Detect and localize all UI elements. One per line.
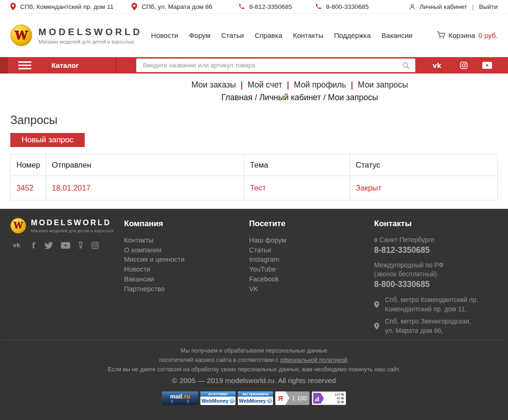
account-nav: Мои заказы|Мой счет|Мой профиль|Мои запр… (0, 80, 508, 90)
svg-text:W: W (15, 29, 28, 42)
footer-company-column: Компания Контакты О компании Миссия и це… (124, 218, 249, 331)
logo-icon: W (10, 218, 26, 234)
hamburger-menu-icon[interactable] (18, 61, 31, 69)
footer-link-news[interactable]: Новости (124, 265, 249, 274)
search-input[interactable] (136, 62, 402, 69)
separator: | (351, 80, 353, 89)
facebook-icon[interactable]: f (32, 242, 37, 250)
nav-item-vacancies[interactable]: Вакансии (382, 31, 412, 39)
globe-icon (230, 398, 235, 403)
new-request-button[interactable]: Новый запрос (10, 133, 85, 147)
column-header-number: Номер (11, 155, 46, 176)
requests-table: Номер Отправлен Тема Статус 3452 18.01.2… (10, 154, 498, 200)
footer-link-forum[interactable]: Наш форум (249, 236, 374, 245)
cell-request-date[interactable]: 18.01.2017 (46, 176, 244, 200)
address-text: СПб, ул. Марата дом 86 (141, 3, 212, 10)
bar-chart-icon (313, 393, 321, 404)
youtube-icon[interactable] (61, 242, 70, 249)
instagram-icon[interactable] (460, 61, 468, 69)
footer-link-facebook[interactable]: Facebook (249, 274, 374, 284)
footer-link-youtube[interactable]: YouTube (249, 265, 374, 274)
page-title: Запросы (10, 113, 498, 127)
separator: | (472, 3, 474, 10)
footer-link-articles[interactable]: Статьи (249, 245, 374, 255)
contact-phone-spb: 8-812-3350685 (374, 245, 498, 255)
footer-link-about[interactable]: О компании (124, 245, 249, 255)
views-icon (341, 393, 344, 396)
location-pin-icon (10, 3, 16, 10)
footer-link-vacancies[interactable]: Вакансии (124, 274, 249, 284)
nav-item-help[interactable]: Справка (255, 31, 282, 39)
cart-button[interactable]: Корзина 0 руб. (437, 31, 498, 39)
vk-icon[interactable]: vk (433, 62, 445, 69)
search-icon[interactable] (402, 62, 410, 69)
footer-column-heading: Посетите (249, 219, 374, 228)
cell-request-number[interactable]: 3452 (11, 176, 46, 200)
cell-request-subject[interactable]: Тест (244, 176, 350, 200)
footer-divider (2, 339, 506, 340)
breadcrumb[interactable]: Главная / Личный кабинет / Мои запросы (0, 93, 508, 103)
footer-visit-column: Посетите Наш форум Статьи Instagram YouT… (249, 218, 374, 331)
divider (116, 57, 117, 74)
table-header-row: Номер Отправлен Тема Статус (11, 155, 498, 176)
footer-link-mission[interactable]: Миссия и ценности (124, 255, 249, 265)
contact-phone-intl: 8-800-3330685 (374, 280, 498, 289)
liveinternet-counter-badge[interactable]: 147 40 39 (312, 391, 346, 405)
odnoklassniki-icon[interactable] (78, 241, 83, 250)
footer-link-partnership[interactable]: Партнерство (124, 284, 249, 294)
catalog-button[interactable]: Каталог (52, 61, 79, 69)
privacy-policy-link[interactable]: официальной политикой (280, 357, 347, 363)
footer-link-vk[interactable]: VK (249, 284, 374, 294)
logout-link[interactable]: Выйти (479, 3, 498, 10)
nav-item-news[interactable]: Новости (151, 31, 178, 39)
address-text: СПб, Комендантский пр. дом 11 (20, 3, 113, 10)
footer-address-2: Спб, метро Звенигородская,ул. Марата дом… (374, 317, 498, 335)
account-link[interactable]: Личный кабинет (420, 3, 467, 10)
topbar-phone-2[interactable]: 8-800-3330685 (315, 3, 369, 10)
person-icon (409, 3, 416, 10)
webmoney-accepted-badge[interactable]: мы принимаем WebMoney (238, 391, 273, 405)
nav-item-articles[interactable]: Статьи (221, 31, 244, 39)
header: W MODELSWORLD Магазин моделей для детей … (0, 14, 508, 57)
vk-icon[interactable]: vk (13, 242, 24, 249)
account-nav-balance[interactable]: Мой счет (248, 80, 282, 89)
topbar-phone-1[interactable]: 8-812-3350685 (238, 3, 292, 10)
topbar-address-1: СПб, Комендантский пр. дом 11 (10, 3, 113, 10)
column-header-sent: Отправлен (46, 155, 244, 176)
phone-text: 8-800-3330685 (326, 3, 369, 10)
webmoney-attested-badge[interactable]: аттестован WebMoney (200, 391, 236, 405)
account-nav-requests[interactable]: Мои запросы (358, 80, 408, 89)
cart-icon (437, 31, 445, 39)
page: СПб, Комендантский пр. дом 11 СПб, ул. М… (0, 0, 508, 420)
search-box (136, 59, 415, 72)
footer-logo[interactable]: W MODELSWORLD Магазин моделей для детей … (10, 218, 124, 234)
footer-link-contacts[interactable]: Контакты (124, 236, 249, 245)
phone-icon (238, 3, 245, 10)
cell-request-status: Закрыт (350, 176, 497, 200)
twitter-icon[interactable] (44, 242, 53, 249)
logo[interactable]: W MODELSWORLD Магазин моделей для детей … (10, 24, 142, 46)
legal-line-3: Если вы не даете согласия на обработку с… (0, 365, 508, 374)
footer-logo-subtitle: Магазин моделей для детей и взрослых (31, 228, 114, 233)
youtube-icon[interactable] (482, 62, 492, 69)
nav-item-forum[interactable]: Форум (189, 31, 211, 39)
catalog-bar: Каталог vk (0, 57, 508, 74)
logo-icon: W (10, 24, 32, 46)
footer-link-instagram[interactable]: Instagram (249, 255, 374, 265)
contact-note: (звонок бесплатный) (374, 270, 498, 279)
arrow-shape (321, 393, 324, 404)
topbar-account-area: Личный кабинет | Выйти (409, 3, 498, 10)
footer-contacts-column: Контакты в Санкт-Петербурге 8-812-335068… (374, 218, 498, 331)
instagram-icon[interactable] (91, 242, 99, 249)
nav-item-contacts[interactable]: Контакты (293, 31, 324, 39)
legal-line-2: посетителей нашего сайта в соответствии … (0, 355, 508, 365)
account-nav-orders[interactable]: Мои заказы (191, 80, 236, 89)
account-nav-profile[interactable]: Мой профиль (294, 80, 346, 89)
nav-item-support[interactable]: Поддержка (334, 31, 371, 39)
footer-social-links: vk f (13, 241, 124, 250)
svg-text:f: f (32, 242, 36, 250)
contact-label: Междугородный по РФ (374, 261, 498, 270)
yandex-metrika-badge[interactable]: Я 1 100 (275, 391, 309, 405)
mailru-counter-badge[interactable]: mail.ru 22 (162, 391, 198, 405)
location-pin-icon (374, 301, 379, 308)
